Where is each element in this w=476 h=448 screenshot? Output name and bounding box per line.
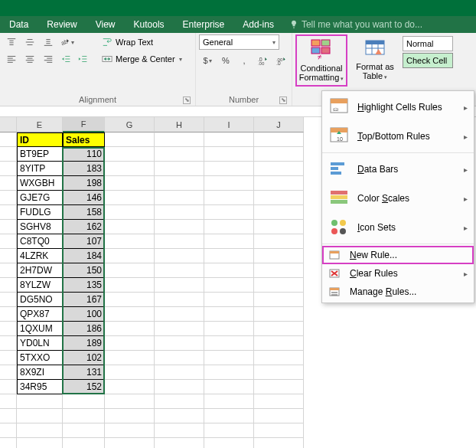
- wrap-text-button[interactable]: Wrap Text: [99, 34, 191, 50]
- alignment-group-label: Alignment ⬊: [3, 94, 192, 106]
- cell-id[interactable]: 34R95: [17, 380, 63, 394]
- cell-sales[interactable]: 158: [63, 205, 105, 220]
- menu-label: con Sets: [360, 222, 396, 233]
- svg-text:ab: ab: [60, 38, 69, 47]
- cell-id[interactable]: 2H7DW: [17, 263, 63, 278]
- align-middle-button[interactable]: [21, 34, 38, 50]
- cell-sales[interactable]: 107: [63, 234, 105, 249]
- svg-rect-20: [331, 167, 338, 170]
- header-id[interactable]: ID: [17, 132, 63, 147]
- tab-view[interactable]: View: [86, 16, 125, 33]
- cell-id[interactable]: YD0LN: [17, 336, 63, 351]
- menu-label: ata Bars: [364, 164, 399, 175]
- menu-label: ighlight Cells Rules: [364, 102, 442, 113]
- cell-sales[interactable]: 100: [63, 307, 105, 322]
- menu-color-scales[interactable]: Color Scales ▸: [322, 184, 474, 213]
- cell-id[interactable]: 8YLZW: [17, 278, 63, 293]
- svg-rect-19: [331, 162, 344, 165]
- cell-sales[interactable]: 110: [63, 147, 105, 162]
- tab-kutools[interactable]: Kutools: [125, 16, 174, 33]
- cell-sales[interactable]: 131: [63, 365, 105, 380]
- col-header-F[interactable]: F: [63, 117, 105, 132]
- format-as-table-icon: [363, 36, 387, 60]
- menu-manage-rules[interactable]: Manage Rules...: [322, 283, 474, 301]
- col-header-J[interactable]: J: [254, 117, 304, 132]
- cell-id[interactable]: GJE7G: [17, 191, 63, 205]
- number-format-dropdown[interactable]: General ▾: [199, 34, 279, 50]
- submenu-arrow-icon: ▸: [464, 132, 468, 141]
- cell-style-normal[interactable]: Normal: [403, 36, 453, 51]
- menu-data-bars[interactable]: Data Bars ▸: [322, 155, 474, 184]
- submenu-arrow-icon: ▸: [464, 270, 468, 278]
- accounting-format-button[interactable]: $▾: [199, 53, 216, 68]
- cell-id[interactable]: 8YITP: [17, 162, 63, 176]
- svg-rect-24: [331, 200, 347, 204]
- number-format-value: General: [203, 38, 233, 47]
- menu-icon-sets[interactable]: Icon Sets ▸: [322, 213, 474, 242]
- align-right-button[interactable]: [40, 51, 57, 67]
- cell-id[interactable]: 5TXXO: [17, 351, 63, 365]
- color-scales-icon: [329, 188, 349, 208]
- orientation-button[interactable]: ab▾: [58, 34, 75, 50]
- cell-id[interactable]: 1QXUM: [17, 322, 63, 336]
- tab-review[interactable]: Review: [37, 16, 86, 33]
- cell-id[interactable]: C8TQ0: [17, 234, 63, 249]
- align-left-button[interactable]: [3, 51, 20, 67]
- svg-point-26: [340, 220, 346, 226]
- menu-new-rule[interactable]: New Rule...: [322, 246, 474, 264]
- cell-id[interactable]: 4LZRK: [17, 249, 63, 263]
- merge-center-button[interactable]: Merge & Center ▾: [99, 51, 191, 67]
- menu-top-bottom-rules[interactable]: 10 Top/Bottom Rules ▸: [322, 122, 474, 151]
- decrease-decimal-button[interactable]: .00.0: [272, 53, 289, 68]
- cell-id[interactable]: FUDLG: [17, 205, 63, 220]
- percent-format-button[interactable]: %: [217, 53, 234, 68]
- increase-decimal-button[interactable]: .0.00: [254, 53, 271, 68]
- cell-sales[interactable]: 186: [63, 322, 105, 336]
- cell-sales[interactable]: 167: [63, 293, 105, 307]
- menu-highlight-cells-rules[interactable]: ≤≥ Highlight Cells Rules ▸: [322, 93, 474, 122]
- alignment-launcher[interactable]: ⬊: [183, 96, 191, 104]
- lightbulb-icon: [289, 20, 298, 29]
- conditional-formatting-button[interactable]: ≠ Conditional Formatting▾: [295, 34, 347, 87]
- submenu-arrow-icon: ▸: [464, 195, 468, 203]
- cell-id[interactable]: 8X9ZI: [17, 365, 63, 380]
- tab-data[interactable]: Data: [0, 16, 37, 33]
- cell-sales[interactable]: 189: [63, 336, 105, 351]
- header-sales[interactable]: Sales: [63, 132, 105, 147]
- align-top-button[interactable]: [3, 34, 20, 50]
- menu-label: ew Rule...: [357, 250, 397, 260]
- align-center-button[interactable]: [21, 51, 38, 67]
- increase-indent-button[interactable]: [75, 51, 92, 67]
- decrease-indent-button[interactable]: [58, 51, 75, 67]
- col-header-G[interactable]: G: [105, 117, 155, 132]
- format-as-table-button[interactable]: Format as Table▾: [349, 34, 401, 83]
- cell-style-check[interactable]: Check Cell: [403, 53, 453, 68]
- cell-id[interactable]: QPX87: [17, 307, 63, 322]
- cell-sales[interactable]: 146: [63, 191, 105, 205]
- cell-sales[interactable]: 102: [63, 351, 105, 365]
- cell-sales[interactable]: 183: [63, 162, 105, 176]
- cell-id[interactable]: DG5NO: [17, 293, 63, 307]
- tell-me-search[interactable]: Tell me what you want to do...: [283, 16, 429, 33]
- tab-addins[interactable]: Add-ins: [233, 16, 283, 33]
- number-launcher[interactable]: ⬊: [279, 96, 287, 104]
- svg-text:≠: ≠: [318, 53, 322, 61]
- cell-id[interactable]: SGHV8: [17, 220, 63, 234]
- menu-clear-rules[interactable]: Clear Rules ▸: [322, 264, 474, 283]
- svg-rect-30: [330, 251, 339, 253]
- tab-enterprise[interactable]: Enterprise: [174, 16, 234, 33]
- cell-sales[interactable]: 198: [63, 176, 105, 191]
- cell-sales[interactable]: 184: [63, 249, 105, 263]
- row-col-corner[interactable]: [0, 117, 17, 132]
- col-header-H[interactable]: H: [155, 117, 204, 132]
- cell-id[interactable]: BT9EP: [17, 147, 63, 162]
- cell-sales[interactable]: 152: [63, 380, 105, 394]
- col-header-I[interactable]: I: [204, 117, 254, 132]
- cell-sales[interactable]: 135: [63, 278, 105, 293]
- col-header-E[interactable]: E: [17, 117, 63, 132]
- cell-sales[interactable]: 150: [63, 263, 105, 278]
- cell-id[interactable]: WXGBH: [17, 176, 63, 191]
- cell-sales[interactable]: 162: [63, 220, 105, 234]
- align-bottom-button[interactable]: [40, 34, 57, 50]
- comma-format-button[interactable]: ,: [236, 53, 253, 68]
